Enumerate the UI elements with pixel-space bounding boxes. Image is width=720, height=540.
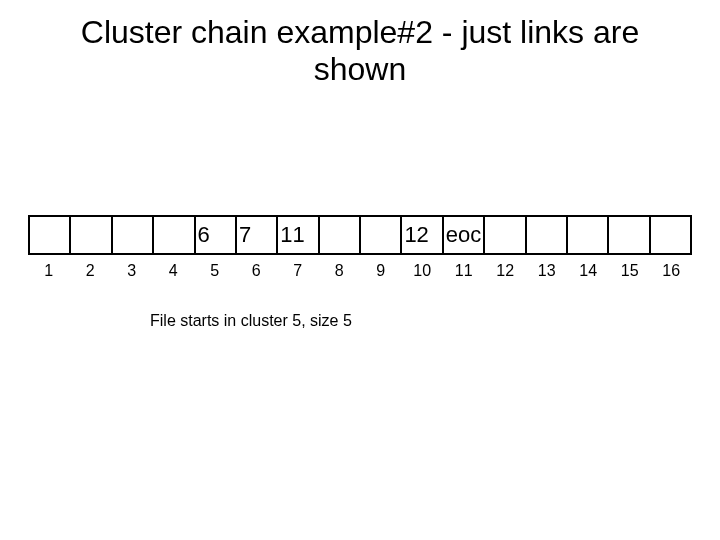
cluster-cell: 12 — [401, 216, 442, 254]
cluster-cell — [29, 216, 70, 254]
cluster-index: 9 — [360, 262, 402, 280]
cluster-cell — [153, 216, 194, 254]
cluster-cell — [360, 216, 401, 254]
cluster-cell — [112, 216, 153, 254]
title-line-1: Cluster chain example#2 - just links are — [81, 14, 639, 50]
cluster-index: 16 — [651, 262, 693, 280]
cluster-index: 7 — [277, 262, 319, 280]
cluster-index: 15 — [609, 262, 651, 280]
cluster-chain-table: 6 7 11 12 eoc — [28, 215, 692, 255]
cluster-cell: 6 — [195, 216, 236, 254]
cluster-index: 2 — [70, 262, 112, 280]
cluster-index: 13 — [526, 262, 568, 280]
cluster-index: 11 — [443, 262, 485, 280]
title-line-2: shown — [314, 51, 407, 87]
cluster-cell: 7 — [236, 216, 277, 254]
cluster-index: 14 — [568, 262, 610, 280]
caption: File starts in cluster 5, size 5 — [150, 312, 352, 330]
cluster-cell — [567, 216, 608, 254]
cluster-index: 5 — [194, 262, 236, 280]
slide: Cluster chain example#2 - just links are… — [0, 0, 720, 540]
cluster-index-row: 1 2 3 4 5 6 7 8 9 10 11 12 13 14 15 16 — [28, 262, 692, 280]
cluster-index: 4 — [153, 262, 195, 280]
cluster-cell — [608, 216, 649, 254]
cluster-cell: 11 — [277, 216, 318, 254]
cluster-cell: eoc — [443, 216, 484, 254]
cluster-index: 12 — [485, 262, 527, 280]
page-title: Cluster chain example#2 - just links are… — [0, 14, 720, 88]
cluster-cell — [319, 216, 360, 254]
cluster-cell — [650, 216, 691, 254]
cluster-cell — [70, 216, 111, 254]
table-row: 6 7 11 12 eoc — [29, 216, 691, 254]
cluster-index: 1 — [28, 262, 70, 280]
cluster-index: 3 — [111, 262, 153, 280]
cluster-index: 10 — [402, 262, 444, 280]
cluster-index: 6 — [236, 262, 278, 280]
cluster-cell — [484, 216, 525, 254]
cluster-index: 8 — [319, 262, 361, 280]
cluster-cell — [526, 216, 567, 254]
cluster-chain-table-wrap: 6 7 11 12 eoc — [28, 215, 692, 255]
